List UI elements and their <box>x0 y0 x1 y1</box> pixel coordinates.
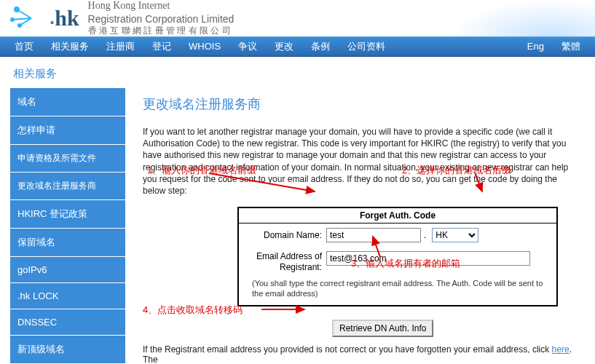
annotation-4: 4、点击收取域名转移码 <box>143 304 243 317</box>
form-title: Forget Auth. Code <box>239 208 556 223</box>
svg-line-3 <box>17 9 31 18</box>
org-name-en2: Registration Corporation Limited <box>88 12 235 25</box>
lang-eng[interactable]: Eng <box>519 36 553 57</box>
form-note: (You shall type the correct registrant e… <box>239 277 556 301</box>
sidebar-item-dnssec[interactable]: DNSSEC <box>10 309 125 336</box>
suffix-select[interactable]: HK <box>432 228 478 242</box>
nav-home[interactable]: 首页 <box>6 36 42 57</box>
nav-change[interactable]: 更改 <box>266 36 302 57</box>
nav-whois[interactable]: WHOIS <box>180 36 229 57</box>
sidebar-item-change-registrar[interactable]: 更改域名注册服务商 <box>10 173 125 200</box>
sidebar: 域名 怎样申请 申请资格及所需文件 更改域名注册服务商 HKIRC 登记政策 保… <box>10 88 125 364</box>
intro-text: If you want to let another registrar man… <box>143 126 580 197</box>
main-content: 更改域名注册服务商 If you want to let another reg… <box>125 88 595 364</box>
nav-register[interactable]: 登记 <box>143 36 180 57</box>
top-nav: 首页 相关服务 注册商 登记 WHOIS 争议 更改 条例 公司资料 Eng 繁… <box>0 36 595 57</box>
page-title: 更改域名注册服务商 <box>143 95 580 113</box>
sidebar-item-goipv6[interactable]: goIPv6 <box>10 257 125 283</box>
logo-hk-text: hk <box>55 6 79 31</box>
logo-dot: . <box>50 7 55 29</box>
lang-trad[interactable]: 繁體 <box>553 36 589 57</box>
org-name-cn: 香 港 互 聯 網 註 冊 管 理 有 限 公 司 <box>88 25 235 37</box>
sidebar-item-eligibility[interactable]: 申请资格及所需文件 <box>10 145 125 173</box>
logo-icon <box>9 4 44 33</box>
sidebar-item-reserved[interactable]: 保留域名 <box>10 229 125 257</box>
retrieve-button[interactable]: Retrieve DN Auth. Info <box>332 320 433 337</box>
footer-note: If the Registrant email address you prov… <box>143 344 580 365</box>
email-label: Email Address of Registrant: <box>246 251 326 272</box>
nav-dispute[interactable]: 争议 <box>229 36 266 57</box>
sidebar-item-howto[interactable]: 怎样申请 <box>10 116 125 145</box>
nav-rules[interactable]: 条例 <box>302 36 339 57</box>
annotation-2: 2、选择你的香港域名后缀 <box>402 164 511 177</box>
nav-registrar[interactable]: 注册商 <box>98 36 143 57</box>
annotation-1: 1、输入你的香港域名前缀 <box>147 164 256 177</box>
section-title: 相关服务 <box>0 57 595 88</box>
org-name-en1: Hong Kong Internet <box>88 0 235 12</box>
nav-services[interactable]: 相关服务 <box>42 36 98 57</box>
sidebar-item-policy[interactable]: HKIRC 登记政策 <box>10 200 125 229</box>
nav-company[interactable]: 公司资料 <box>339 36 394 57</box>
sidebar-item-domain[interactable]: 域名 <box>10 88 125 116</box>
footer-text-before: If the Registrant email address you prov… <box>143 344 552 355</box>
domain-dot: . <box>421 230 429 240</box>
domain-input[interactable] <box>326 228 421 242</box>
sidebar-item-newtld[interactable]: 新顶级域名 <box>10 336 125 364</box>
domain-label: Domain Name: <box>246 230 326 240</box>
site-header: . hk Hong Kong Internet Registration Cor… <box>0 0 595 36</box>
sidebar-item-hklock[interactable]: .hk LOCK <box>10 283 125 309</box>
footer-link-here[interactable]: here <box>552 344 570 355</box>
annotation-3: 3、输入域名拥有者的邮箱 <box>351 257 460 270</box>
